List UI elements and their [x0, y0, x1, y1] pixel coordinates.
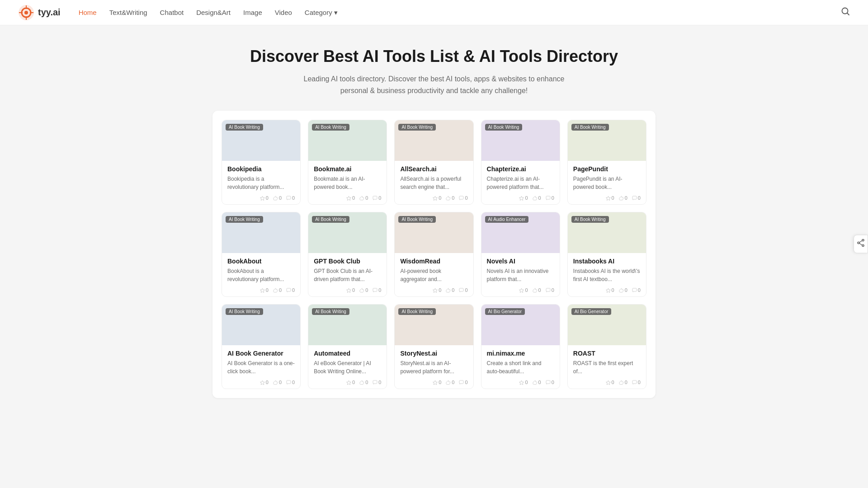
card-badge: AI Book Writing	[398, 216, 436, 223]
card-body: Instabooks AI Instabooks AI is the world…	[568, 253, 646, 296]
svg-line-57	[859, 241, 862, 243]
card-body: Bookipedia Bookipedia is a revolutionary…	[222, 161, 300, 204]
share-button[interactable]	[854, 235, 868, 253]
thumbup-icon	[533, 196, 538, 201]
tools-grid-container: AI Book Writing Bookipedia Bookipedia is…	[212, 111, 656, 398]
svg-marker-45	[433, 380, 438, 385]
card-comment-stat: 0	[373, 195, 381, 201]
card-desc: ROAST is the first expert of...	[573, 360, 641, 376]
card-like-stat: 0	[273, 287, 282, 293]
card-stats: 0 0 0	[314, 195, 381, 201]
card-comment-stat: 0	[459, 195, 467, 201]
card-star-stat: 0	[606, 380, 614, 385]
nav-video[interactable]: Video	[275, 9, 292, 16]
tool-card[interactable]: AI Book Writing Bookipedia Bookipedia is…	[222, 120, 301, 205]
card-stats: 0 0 0	[487, 195, 554, 201]
tool-card[interactable]: AI Book Writing AI Book Generator AI Boo…	[222, 304, 301, 389]
svg-rect-22	[632, 196, 637, 199]
nav-design-art[interactable]: Design&Art	[196, 9, 231, 16]
card-title: AI Book Generator	[227, 350, 295, 357]
svg-rect-46	[459, 380, 463, 384]
card-desc: StoryNest.ai is an AI-powered platform f…	[400, 360, 467, 376]
card-image: AI Book Writing	[481, 120, 560, 161]
card-body: StoryNest.ai StoryNest.ai is an AI-power…	[395, 345, 473, 389]
search-button[interactable]	[841, 7, 850, 18]
card-desc: Create a short link and auto-beautiful..…	[487, 360, 554, 376]
card-stats: 0 0 0	[400, 195, 467, 201]
svg-point-55	[862, 245, 864, 247]
card-badge: AI Book Writing	[571, 124, 609, 131]
card-desc: GPT Book Club is an AI-driven platform t…	[314, 267, 381, 284]
card-star-stat: 0	[519, 287, 528, 293]
nav-chatbot[interactable]: Chatbot	[160, 9, 184, 16]
nav-home[interactable]: Home	[79, 9, 97, 16]
tool-card[interactable]: AI Book Writing Automateed AI eBook Gene…	[308, 304, 387, 389]
card-title: AllSearch.ai	[400, 165, 467, 173]
nav-text-writing[interactable]: Text&Writing	[109, 9, 147, 16]
comment-icon	[459, 380, 464, 385]
svg-marker-12	[347, 196, 351, 200]
card-like-stat: 0	[533, 287, 541, 293]
star-icon	[346, 380, 351, 385]
tool-card[interactable]: AI Book Writing BookAbout BookAbout is a…	[222, 212, 301, 297]
star-icon	[606, 380, 611, 385]
tool-card[interactable]: AI Book Writing WisdomRead AI-powered bo…	[394, 212, 473, 297]
share-icon	[857, 239, 865, 247]
card-desc: AI eBook Generator | AI Book Writing Onl…	[314, 360, 381, 376]
card-badge: AI Book Writing	[398, 124, 436, 131]
card-image: AI Bio Generator	[568, 305, 646, 345]
card-image: AI Book Writing	[395, 120, 473, 161]
card-badge: AI Book Writing	[485, 124, 523, 131]
tool-card[interactable]: AI Book Writing Chapterize.ai Chapterize…	[481, 120, 560, 205]
tool-card[interactable]: AI Book Writing Bookmate.ai Bookmate.ai …	[308, 120, 387, 205]
tool-card[interactable]: AI Book Writing StoryNest.ai StoryNest.a…	[394, 304, 473, 389]
comment-icon	[546, 380, 551, 385]
tool-card[interactable]: AI Bio Generator ROAST ROAST is the firs…	[567, 304, 646, 389]
card-comment-stat: 0	[286, 380, 295, 385]
card-stats: 0 0 0	[400, 380, 467, 385]
card-desc: Bookipedia is a revolutionary platform..…	[227, 175, 295, 192]
card-body: ROAST ROAST is the first expert of... 0 …	[568, 345, 646, 389]
card-badge: AI Audio Enhancer	[485, 216, 529, 223]
tool-card[interactable]: AI Bio Generator mi.nimax.me Create a sh…	[481, 304, 560, 389]
card-badge: AI Book Writing	[312, 124, 349, 131]
tool-card[interactable]: AI Book Writing GPT Book Club GPT Book C…	[308, 212, 387, 297]
card-like-stat: 0	[359, 195, 368, 201]
svg-rect-52	[632, 380, 637, 384]
svg-marker-39	[260, 380, 264, 385]
card-stats: 0 0 0	[227, 380, 295, 385]
thumbup-icon	[359, 196, 364, 201]
card-title: Bookmate.ai	[314, 165, 381, 173]
card-like-stat: 0	[619, 287, 627, 293]
card-star-stat: 0	[346, 380, 355, 385]
svg-point-2	[24, 11, 28, 14]
navbar: tyy.ai Home Text&Writing Chatbot Design&…	[0, 0, 868, 25]
tool-card[interactable]: AI Book Writing PagePundit PagePundit is…	[567, 120, 646, 205]
card-comment-stat: 0	[632, 380, 641, 385]
card-image: AI Book Writing	[222, 305, 300, 345]
card-badge: AI Book Writing	[226, 308, 263, 315]
card-comment-stat: 0	[546, 380, 554, 385]
tool-card[interactable]: AI Book Writing Instabooks AI Instabooks…	[567, 212, 646, 297]
card-body: mi.nimax.me Create a short link and auto…	[481, 345, 560, 389]
tool-card[interactable]: AI Audio Enhancer Novels AI Novels AI is…	[481, 212, 560, 297]
card-badge: AI Bio Generator	[485, 308, 525, 315]
card-image: AI Book Writing	[568, 120, 646, 161]
card-star-stat: 0	[346, 287, 355, 293]
comment-icon	[373, 380, 377, 385]
card-star-stat: 0	[519, 380, 528, 385]
nav-image[interactable]: Image	[243, 9, 262, 16]
thumbup-icon	[446, 196, 451, 201]
card-like-stat: 0	[533, 195, 541, 201]
card-badge: AI Book Writing	[226, 124, 263, 131]
tools-grid: AI Book Writing Bookipedia Bookipedia is…	[222, 120, 646, 389]
card-image: AI Book Writing	[308, 120, 387, 161]
tool-card[interactable]: AI Book Writing AllSearch.ai AllSearch.a…	[394, 120, 473, 205]
logo-text: tyy.ai	[38, 7, 61, 18]
logo-link[interactable]: tyy.ai	[18, 5, 61, 21]
card-desc: AI Book Generator is a one-click book...	[227, 360, 295, 376]
card-body: Chapterize.ai Chapterize.ai is an AI-pow…	[481, 161, 560, 204]
card-comment-stat: 0	[373, 287, 381, 293]
nav-category[interactable]: Category ▾	[305, 9, 338, 16]
card-desc: Chapterize.ai is an AI-powered platform …	[487, 175, 554, 192]
